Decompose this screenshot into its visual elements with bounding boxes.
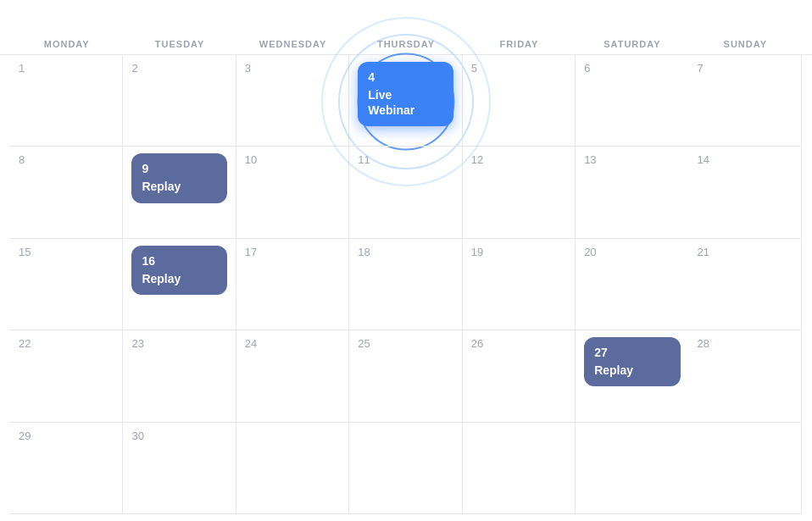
cell-date: 18 — [358, 246, 453, 258]
cal-cell: 11 — [349, 147, 462, 238]
day-header-tuesday: TUESDAY — [123, 34, 236, 54]
calendar: MONDAYTUESDAYWEDNESDAYTHURSDAYFRIDAYSATU… — [0, 0, 812, 521]
replay-card[interactable]: 27Replay — [584, 337, 680, 386]
day-header-thursday: THURSDAY — [349, 34, 462, 54]
cell-date: 19 — [471, 246, 566, 258]
cell-date: 5 — [471, 62, 566, 75]
day-header-friday: FRIDAY — [463, 34, 576, 54]
cal-cell: 30 — [123, 423, 236, 514]
day-headers: MONDAYTUESDAYWEDNESDAYTHURSDAYFRIDAYSATU… — [0, 34, 812, 55]
cal-cell: 27Replay — [576, 330, 688, 422]
cell-date: 14 — [698, 153, 793, 166]
event-date-number: 16 — [142, 254, 216, 268]
cal-cell — [349, 423, 462, 514]
cell-date: 12 — [471, 153, 566, 166]
cell-date: 8 — [19, 153, 114, 166]
cell-date: 25 — [358, 337, 453, 350]
cell-date: 15 — [19, 246, 114, 258]
cal-cell: 15 — [10, 239, 123, 330]
cell-date: 23 — [131, 337, 226, 350]
cell-date: 21 — [698, 246, 793, 258]
event-label: Replay — [594, 363, 670, 378]
cal-cell: 4LiveWebinar — [349, 55, 462, 147]
cal-cell: 6 — [576, 55, 688, 147]
cal-cell: 14 — [689, 147, 802, 238]
cal-cell: 23 — [123, 330, 236, 422]
day-header-sunday: SUNDAY — [689, 34, 802, 54]
next-month-button[interactable] — [440, 15, 457, 22]
cell-date: 26 — [471, 337, 566, 350]
live-webinar-card[interactable]: 4LiveWebinar — [358, 62, 453, 126]
cal-cell: 26 — [463, 330, 576, 422]
cell-date: 3 — [245, 62, 340, 75]
day-header-wednesday: WEDNESDAY — [236, 34, 349, 54]
event-date-number: 27 — [594, 346, 670, 359]
cal-cell: 21 — [689, 239, 802, 330]
cal-cell: 17 — [236, 239, 349, 330]
prev-month-button[interactable] — [355, 15, 372, 22]
replay-card[interactable]: 16Replay — [131, 246, 226, 295]
cell-date: 30 — [131, 430, 226, 442]
cell-date: 13 — [584, 153, 680, 166]
event-label: LiveWebinar — [368, 87, 442, 118]
cal-cell — [236, 423, 349, 514]
cal-cell — [576, 423, 688, 514]
cal-cell: 29 — [10, 423, 123, 514]
cell-date: 10 — [245, 153, 340, 166]
cell-date: 28 — [698, 337, 793, 350]
cell-date: 7 — [698, 62, 793, 75]
cal-cell: 10 — [236, 147, 349, 238]
cell-date: 24 — [245, 337, 340, 350]
cell-date: 11 — [358, 153, 453, 166]
cell-date: 22 — [19, 337, 114, 350]
cell-date: 6 — [584, 62, 680, 75]
replay-card[interactable]: 9Replay — [131, 153, 226, 202]
cal-cell: 8 — [10, 147, 123, 238]
day-header-saturday: SATURDAY — [576, 34, 688, 54]
calendar-grid: 1234LiveWebinar56789Replay10111213141516… — [0, 55, 812, 521]
cal-cell — [463, 423, 576, 514]
day-header-monday: MONDAY — [10, 34, 123, 54]
cal-cell: 7 — [689, 55, 802, 147]
cell-date: 20 — [584, 246, 680, 258]
event-date-number: 4 — [368, 70, 442, 84]
cal-cell: 12 — [463, 147, 576, 238]
cal-cell: 20 — [576, 239, 688, 330]
cal-cell: 2 — [123, 55, 236, 147]
calendar-header — [0, 0, 812, 34]
event-date-number: 9 — [142, 162, 216, 175]
cal-cell: 13 — [576, 147, 688, 238]
cal-cell: 16Replay — [123, 239, 236, 330]
cal-cell — [689, 423, 802, 514]
cell-date: 2 — [131, 62, 226, 75]
cal-cell: 22 — [10, 330, 123, 422]
cal-cell: 9Replay — [123, 147, 236, 238]
cell-date: 29 — [19, 430, 114, 442]
cell-date: 1 — [19, 62, 114, 75]
event-label: Replay — [142, 179, 216, 194]
cal-cell: 28 — [689, 330, 802, 422]
cal-cell: 24 — [236, 330, 349, 422]
cal-cell: 18 — [349, 239, 462, 330]
cal-cell: 1 — [10, 55, 123, 147]
cal-cell: 3 — [236, 55, 349, 147]
cell-date: 17 — [245, 246, 340, 258]
cal-cell: 5 — [463, 55, 576, 147]
cal-cell: 19 — [463, 239, 576, 330]
cal-cell: 25 — [349, 330, 462, 422]
event-label: Replay — [142, 271, 216, 286]
